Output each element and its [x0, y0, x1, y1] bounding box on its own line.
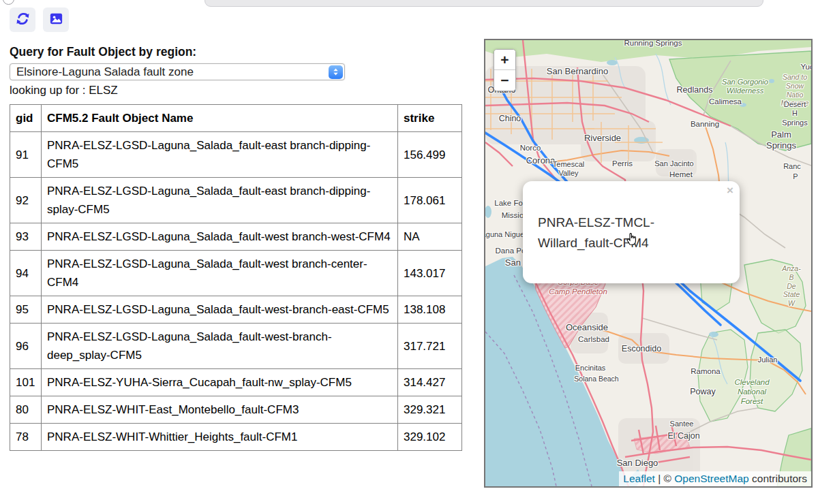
column-header: CFM5.2 Fault Object Name	[42, 105, 398, 132]
browser-address-bar[interactable]	[204, 0, 763, 7]
cell-name: PNRA-ELSZ-LGSD-Laguna_Salada_fault-west-…	[42, 296, 398, 324]
cell-strike: 329.102	[398, 424, 462, 451]
map-label: Chino	[499, 114, 521, 124]
table-row: 92PNRA-ELSZ-LGSD-Laguna_Salada_fault-eas…	[10, 178, 462, 223]
map-label: Solana Beach	[574, 375, 618, 383]
cell-strike: 178.061	[398, 178, 462, 223]
refresh-icon	[15, 12, 31, 28]
map-label: Escondido	[622, 344, 661, 354]
map-label: Julian	[758, 356, 778, 364]
table-row: 95PNRA-ELSZ-LGSD-Laguna_Salada_fault-wes…	[10, 296, 462, 324]
map-label: Carlsbad	[578, 334, 609, 344]
zoom-in-button[interactable]: +	[494, 50, 515, 70]
map-label: Sand to Snow Natio Monume	[781, 73, 809, 108]
cell-strike: 138.108	[398, 296, 462, 324]
map-label: Redlands	[677, 85, 713, 95]
fault-object-table: gidCFM5.2 Fault Object Namestrike 91PNRA…	[10, 104, 462, 451]
region-select[interactable]: Elsinore-Laguna Salada fault zone	[10, 63, 345, 80]
cell-name: PNRA-ELSZ-YUHA-Sierra_Cucapah_fault-nw_s…	[42, 369, 398, 396]
map-label: Yuc	[800, 62, 813, 72]
image-icon	[48, 11, 64, 29]
zoom-out-button[interactable]: −	[494, 70, 515, 91]
leaflet-map[interactable]: Running SpringsSan BernardinoOntarioRedl…	[484, 39, 813, 488]
popup-text: PNRA-ELSZ-TMCL- Willard_fault-CFM4	[538, 215, 654, 249]
cell-gid: 92	[10, 178, 42, 223]
table-row: 93PNRA-ELSZ-LGSD-Laguna_Salada_fault-wes…	[10, 223, 462, 251]
map-label: Missio	[502, 210, 524, 220]
map-label: Running Springs	[624, 39, 682, 48]
map-label: El Cajon	[667, 431, 699, 441]
cell-strike: NA	[398, 223, 462, 251]
cell-strike: 317.721	[398, 324, 462, 369]
map-label: Hemet	[669, 170, 693, 179]
map-label: Ramona	[691, 366, 720, 376]
notebook-toolbar	[10, 7, 69, 32]
browser-chrome	[0, 0, 818, 7]
cell-strike: 329.321	[398, 396, 462, 424]
map-label: Temescal Valley	[553, 160, 584, 178]
map-label: Oceanside	[566, 322, 608, 333]
cell-gid: 96	[10, 324, 42, 369]
cell-gid: 78	[10, 424, 42, 451]
map-label: Poway	[690, 387, 716, 397]
map-label: Banning	[691, 119, 719, 129]
cell-name: PNRA-ELSZ-LGSD-Laguna_Salada_fault-west-…	[42, 324, 398, 369]
map-label: P	[793, 172, 798, 181]
attribution-suffix: contributors	[749, 473, 807, 484]
map-label: Laguna Niguel	[484, 230, 526, 239]
map-label: Santee	[670, 420, 694, 428]
column-header: strike	[398, 105, 462, 132]
table-row: 94PNRA-ELSZ-LGSD-Laguna_Salada_fault-wes…	[10, 251, 462, 296]
leaflet-link[interactable]: Leaflet	[623, 473, 655, 484]
cell-gid: 94	[10, 251, 42, 296]
cell-name: PNRA-ELSZ-WHIT-East_Montebello_fault-CFM…	[42, 396, 398, 424]
refresh-button[interactable]	[10, 7, 35, 32]
cell-strike: 314.427	[398, 369, 462, 396]
attribution-sep: | ©	[655, 473, 674, 484]
browser-tab-favicon	[3, 0, 14, 5]
cell-name: PNRA-ELSZ-LGSD-Laguna_Salada_fault-east …	[42, 178, 398, 223]
cell-name: PNRA-ELSZ-WHIT-Whittier_Heights_fault-CF…	[42, 424, 398, 451]
cell-strike: 156.499	[398, 132, 462, 178]
lookup-status-text: looking up for : ELSZ	[10, 84, 118, 97]
cell-gid: 95	[10, 296, 42, 324]
map-label: Cleveland National Forest	[734, 377, 769, 406]
map-label: Lake For	[494, 198, 525, 208]
map-label: Palm Springs	[766, 129, 796, 151]
osm-link[interactable]: OpenStreetMap	[674, 473, 748, 484]
map-label: Encinitas	[575, 364, 606, 373]
map-label: Desert H Springs	[782, 100, 807, 127]
image-button[interactable]	[43, 7, 69, 32]
table-row: 96PNRA-ELSZ-LGSD-Laguna_Salada_fault-wes…	[10, 324, 462, 369]
map-label: San Jacinto	[654, 159, 693, 168]
column-header: gid	[10, 105, 42, 132]
map-label: San Gorgonio Wilderness	[722, 78, 768, 96]
map-label: San Diego	[617, 458, 658, 469]
table-header-row: gidCFM5.2 Fault Object Namestrike	[10, 105, 462, 132]
map-label: San Bernardino	[547, 66, 608, 77]
cell-name: PNRA-ELSZ-LGSD-Laguna_Salada_fault-west …	[42, 251, 398, 296]
query-region-label: Query for Fault Object by region:	[10, 45, 196, 59]
map-label: Perris	[612, 159, 633, 168]
popup-close-icon[interactable]: ×	[727, 185, 733, 196]
table-row: 80PNRA-ELSZ-WHIT-East_Montebello_fault-C…	[10, 396, 462, 424]
fault-table-body: 91PNRA-ELSZ-LGSD-Laguna_Salada_fault-eas…	[10, 132, 462, 451]
table-row: 101PNRA-ELSZ-YUHA-Sierra_Cucapah_fault-n…	[10, 369, 462, 396]
table-row: 78PNRA-ELSZ-WHIT-Whittier_Heights_fault-…	[10, 424, 462, 451]
map-label: Norco	[520, 143, 541, 153]
map-label: Corona	[526, 155, 556, 166]
map-zoom-control: + −	[494, 49, 516, 91]
cell-name: PNRA-ELSZ-LGSD-Laguna_Salada_fault-east …	[42, 132, 398, 178]
select-stepper-icon	[329, 65, 343, 79]
cell-gid: 91	[10, 132, 42, 178]
cell-strike: 143.017	[398, 251, 462, 296]
map-label: Anza-B De State W	[782, 264, 802, 308]
map-label: Riverside	[584, 133, 621, 144]
cell-gid: 101	[10, 369, 42, 396]
map-label: Ranc	[783, 162, 801, 171]
cell-gid: 93	[10, 223, 42, 251]
cell-gid: 80	[10, 396, 42, 424]
cell-name: PNRA-ELSZ-LGSD-Laguna_Salada_fault-west …	[42, 223, 398, 251]
region-select-value: Elsinore-Laguna Salada fault zone	[16, 65, 194, 79]
map-attribution: Leaflet | © OpenStreetMap contributors	[619, 471, 811, 486]
